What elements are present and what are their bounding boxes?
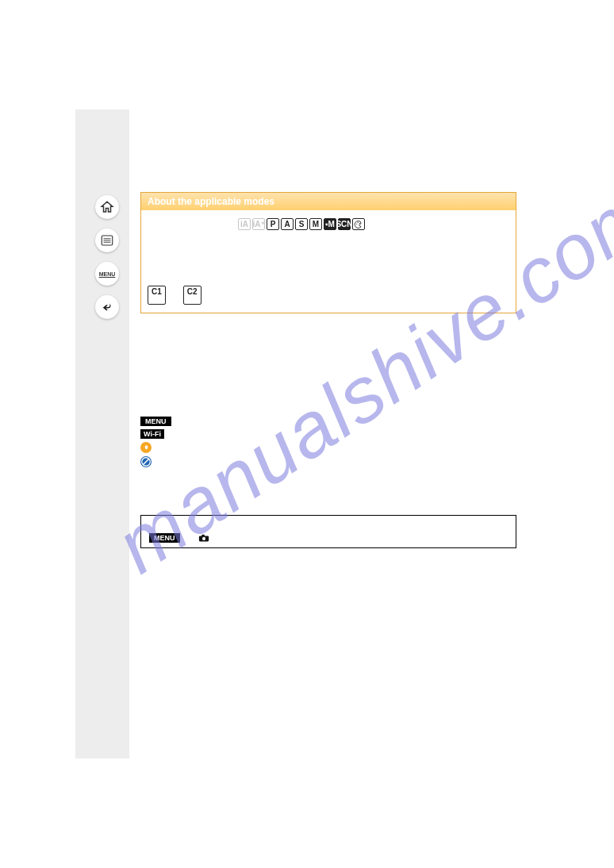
svg-point-4 bbox=[356, 223, 357, 224]
wifi-tag: Wi-Fi bbox=[140, 429, 164, 439]
page-number: 2 bbox=[129, 725, 528, 736]
noavail-text: : Conditions in which a particular funct… bbox=[156, 457, 379, 467]
legend-bulb-row: : Tips for skilful use and points for re… bbox=[140, 440, 516, 455]
modes-grey-note: • Grey icons: Unavailable modes bbox=[148, 265, 509, 281]
modes-desc-text: The icons indicate the modes available f… bbox=[148, 236, 353, 246]
home-icon bbox=[100, 200, 114, 214]
mode-icon-m: M bbox=[309, 218, 322, 230]
mode-icon-ia: iA bbox=[238, 218, 251, 230]
legend-line1-text: • Click a cross reference in the text to… bbox=[140, 340, 413, 350]
quality-label: [Quality] bbox=[252, 533, 284, 543]
steps-intro: In this Owner's Manual, steps for settin… bbox=[140, 501, 516, 510]
manual-page: MENU About the applicable modes Applicab… bbox=[75, 109, 528, 759]
mode-icon-s: S bbox=[295, 218, 308, 230]
legend-line2-text: • By entering keywords in the search fie… bbox=[140, 353, 516, 372]
value-label: [›] bbox=[303, 533, 311, 543]
legend-about: ■ About the indications in the text bbox=[140, 402, 516, 415]
modes-desc: The icons indicate the modes available f… bbox=[148, 233, 509, 249]
custom-text: and will differ depending on the Recordi… bbox=[219, 286, 509, 305]
not-available-icon bbox=[140, 456, 152, 467]
menu-button[interactable]: MENU bbox=[95, 262, 119, 286]
arrow3: → bbox=[290, 533, 298, 543]
toc-button[interactable] bbox=[95, 229, 119, 252]
bulb-icon bbox=[140, 442, 152, 453]
modes-heading: About the applicable modes bbox=[141, 193, 516, 210]
arrow2: → bbox=[239, 533, 248, 543]
bulb-text: : Tips for skilful use and points for re… bbox=[156, 443, 327, 452]
legend-line2: • By entering keywords in the search fie… bbox=[140, 351, 516, 374]
steps-line: MENU → [Rec] → [Quality] → [›] bbox=[149, 533, 508, 543]
steps-box: Example: In the [Rec] menu, change [Qual… bbox=[140, 515, 516, 548]
legend-noavail-row: : Conditions in which a particular funct… bbox=[140, 455, 516, 469]
home-button[interactable] bbox=[95, 195, 119, 219]
camera-icon bbox=[198, 533, 209, 543]
svg-point-5 bbox=[358, 221, 359, 222]
svg-rect-10 bbox=[201, 535, 205, 537]
back-button[interactable] bbox=[95, 295, 119, 319]
menu-tag: MENU bbox=[140, 417, 171, 426]
legend-block: • Click a cross reference in the text to… bbox=[140, 339, 516, 482]
applicable-modes-box: About the applicable modes Applicable mo… bbox=[140, 192, 516, 313]
legend-about-text: ■ About the indications in the text bbox=[140, 404, 281, 413]
mode-icon-iap: iA⁺ bbox=[252, 218, 265, 230]
modes-grey-text: • Grey icons: Unavailable modes bbox=[148, 268, 274, 278]
list-icon bbox=[100, 233, 114, 248]
legend-line3-text: • Operations and other details of this m… bbox=[140, 375, 516, 394]
modes-row-applicable: Applicable modes: iA iA⁺ P A S M ▪M SCN bbox=[148, 215, 509, 233]
legend-menu-row: MENU : Indicates that the menu can be se… bbox=[140, 415, 516, 428]
arrow1: → bbox=[185, 533, 194, 543]
menu-button-label: MENU bbox=[99, 271, 116, 277]
c1-badge: C1 bbox=[148, 286, 166, 305]
page-content: About the applicable modes Applicable mo… bbox=[129, 109, 528, 759]
continue-text: • Continues to next page. bbox=[140, 470, 238, 480]
mode-icon-a: A bbox=[281, 218, 294, 230]
legend-wifi-row: Wi-Fi : Indicates that the Wi-Fi setting… bbox=[140, 428, 516, 440]
mode-icon-strip: iA iA⁺ P A S M ▪M SCN bbox=[238, 218, 365, 230]
menu-text: : Indicates that the menu can be set by … bbox=[176, 417, 443, 426]
c2-badge: C2 bbox=[183, 286, 201, 305]
modes-black-text: • Black icons: Applicable modes bbox=[148, 252, 271, 262]
svg-point-6 bbox=[359, 222, 360, 223]
legend-continue-row: • Continues to next page. bbox=[140, 469, 516, 482]
steps-menu-tag: MENU bbox=[149, 533, 180, 543]
custom-badges-row: C1 C2 and will differ depending on the R… bbox=[148, 281, 509, 306]
mode-icon-scn: SCN bbox=[338, 218, 351, 230]
steps-example: Example: In the [Rec] menu, change [Qual… bbox=[149, 520, 508, 530]
wifi-text: : Indicates that the Wi-Fi setting can b… bbox=[169, 429, 448, 439]
mode-icon-video-m: ▪M bbox=[324, 218, 336, 230]
legend-line1: • Click a cross reference in the text to… bbox=[140, 339, 516, 351]
rec-label: [Rec] bbox=[214, 533, 235, 543]
legend-line3: • Operations and other details of this m… bbox=[140, 374, 516, 396]
sidebar: MENU bbox=[75, 109, 129, 759]
mode-icon-p: P bbox=[267, 218, 279, 230]
mode-icon-palette bbox=[352, 218, 365, 230]
svg-point-11 bbox=[201, 537, 205, 540]
modes-black-note: • Black icons: Applicable modes bbox=[148, 249, 509, 265]
back-arrow-icon bbox=[100, 300, 114, 314]
applicable-label: Applicable modes: bbox=[148, 220, 233, 229]
